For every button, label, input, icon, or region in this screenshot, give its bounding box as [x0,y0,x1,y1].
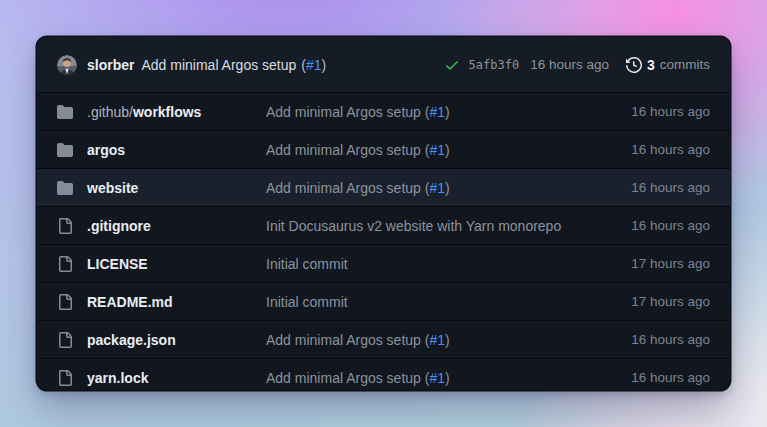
file-name-cell: package.json [37,332,266,348]
avatar[interactable] [57,55,77,75]
paren-close: ) [445,370,450,386]
commit-message-link[interactable]: Initial commit [266,256,348,272]
table-row[interactable]: README.mdInitial commit17 hours ago [37,282,730,320]
file-name: README.md [87,294,173,310]
commit-message-cell: Init Docusaurus v2 website with Yarn mon… [266,218,631,234]
file-name-cell: website [37,180,266,196]
pr-link[interactable]: #1 [429,332,445,348]
commit-message-cell: Add minimal Argos setup (#1) [266,332,631,348]
commit-time: 16 hours ago [631,370,730,385]
commit-time: 16 hours ago [631,104,730,119]
commit-message-cell: Add minimal Argos setup (#1) [266,104,631,120]
file-icon [57,370,73,386]
file-name-link[interactable]: .github/workflows [87,104,201,120]
pr-link[interactable]: #1 [429,180,445,196]
table-row[interactable]: LICENSEInitial commit17 hours ago [37,244,730,282]
pr-link[interactable]: #1 [429,104,445,120]
file-icon [57,256,73,272]
commit-message-cell: Add minimal Argos setup (#1) [266,370,631,386]
commit-timestamp: 16 hours ago [530,57,609,72]
file-name: LICENSE [87,256,148,272]
commit-time: 16 hours ago [631,332,730,347]
table-row[interactable]: yarn.lockAdd minimal Argos setup (#1)16 … [37,358,730,390]
commit-message-link[interactable]: Add minimal Argos setup ( [266,104,429,120]
file-icon [57,332,73,348]
file-name: yarn.lock [87,370,148,386]
commit-time: 17 hours ago [631,294,730,309]
file-name-cell: .github/workflows [37,104,266,120]
commit-message-link[interactable]: Add minimal Argos setup [141,57,296,73]
file-name-cell: LICENSE [37,256,266,272]
commit-message-link[interactable]: Initial commit [266,294,348,310]
commit-message-link[interactable]: Add minimal Argos setup ( [266,142,429,158]
file-name: website [87,180,138,196]
commits-count: 3 [647,57,655,73]
commit-author-link[interactable]: slorber [87,57,134,73]
file-name-link[interactable]: .gitignore [87,218,151,234]
folder-icon [57,104,73,120]
check-icon [444,57,460,73]
file-name-cell: yarn.lock [37,370,266,386]
table-row[interactable]: websiteAdd minimal Argos setup (#1)16 ho… [37,168,730,206]
paren-close: ) [445,332,450,348]
commit-time: 16 hours ago [631,180,730,195]
commit-message-link[interactable]: Init Docusaurus v2 website with Yarn mon… [266,218,561,234]
paren-close: ) [445,180,450,196]
commit-time: 17 hours ago [631,256,730,271]
file-name-link[interactable]: LICENSE [87,256,148,272]
commits-label: commits [660,57,710,72]
commit-time: 16 hours ago [631,142,730,157]
pr-link[interactable]: #1 [429,142,445,158]
file-name: workflows [133,104,201,120]
commit-message-cell: Add minimal Argos setup (#1) [266,180,631,196]
file-name-cell: README.md [37,294,266,310]
paren-close: ) [445,104,450,120]
commit-message-cell: Add minimal Argos setup (#1) [266,142,631,158]
file-icon [57,218,73,234]
pr-link[interactable]: #1 [306,57,322,73]
history-icon [626,57,642,73]
commit-meta: 5afb3f0 16 hours ago 3 commits [444,57,710,73]
file-name: argos [87,142,125,158]
folder-icon [57,180,73,196]
commit-message-cell: Initial commit [266,294,631,310]
commit-message-link[interactable]: Add minimal Argos setup ( [266,370,429,386]
commit-message-cell: Initial commit [266,256,631,272]
pr-link[interactable]: #1 [429,370,445,386]
file-name-link[interactable]: yarn.lock [87,370,148,386]
table-row[interactable]: argosAdd minimal Argos setup (#1)16 hour… [37,130,730,168]
latest-commit-header: slorber Add minimal Argos setup (#1) 5af… [37,37,730,93]
table-row[interactable]: package.jsonAdd minimal Argos setup (#1)… [37,320,730,358]
file-icon [57,294,73,310]
table-row[interactable]: .gitignoreInit Docusaurus v2 website wit… [37,206,730,244]
directory-prefix: .github/ [87,104,133,120]
file-name-link[interactable]: README.md [87,294,173,310]
file-name-link[interactable]: website [87,180,138,196]
file-name-cell: .gitignore [37,218,266,234]
file-name-link[interactable]: argos [87,142,125,158]
file-name: .gitignore [87,218,151,234]
paren-close: ) [321,57,326,73]
repo-file-browser-card: slorber Add minimal Argos setup (#1) 5af… [37,37,730,390]
table-row[interactable]: .github/workflowsAdd minimal Argos setup… [37,93,730,130]
commit-message: Add minimal Argos setup (#1) [141,57,326,73]
file-name-cell: argos [37,142,266,158]
file-name-link[interactable]: package.json [87,332,176,348]
commit-message-link[interactable]: Add minimal Argos setup ( [266,180,429,196]
folder-icon [57,142,73,158]
file-table: .github/workflowsAdd minimal Argos setup… [37,93,730,390]
commit-history-link[interactable]: 3 commits [626,57,710,73]
commit-time: 16 hours ago [631,218,730,233]
file-name: package.json [87,332,176,348]
paren-close: ) [445,142,450,158]
commit-sha-link[interactable]: 5afb3f0 [469,58,520,72]
commit-message-link[interactable]: Add minimal Argos setup ( [266,332,429,348]
